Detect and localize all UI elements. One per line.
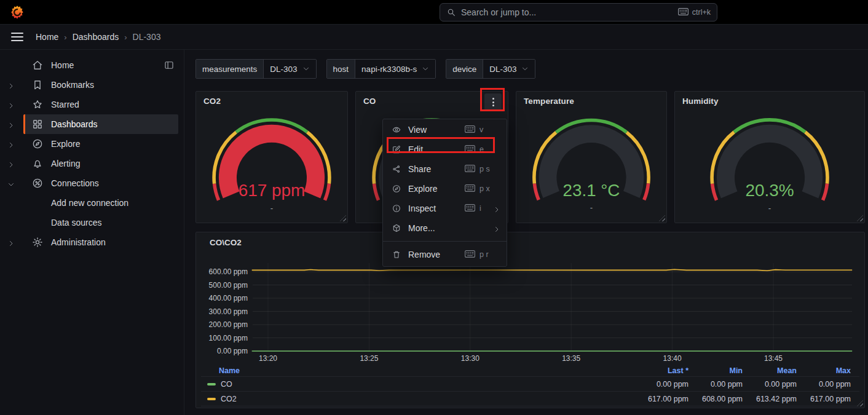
search-input[interactable]: Search or jump to... ctrl+k [440,3,717,22]
bell-icon [31,157,44,170]
home-icon [31,59,44,71]
breadcrumb-item-dashboards[interactable]: Dashboards [73,32,119,42]
caret-down-icon [422,65,429,73]
sidebar-item-label: Data sources [51,218,101,227]
menu-item-share[interactable]: Sharep s [383,159,507,179]
sidebar-item-bookmarks[interactable]: Bookmarks [0,75,184,95]
variable-value-dropdown[interactable]: DL-303 [483,60,535,78]
keyboard-icon [678,8,688,17]
menu-item-label: More... [408,223,465,233]
legend-value: 617.00 ppm [797,395,851,403]
legend-table: NameLast *MinMeanMaxCO0.00 ppm0.00 ppm0.… [201,365,859,406]
connections-icon [31,177,44,189]
hamburger-menu-icon[interactable] [11,33,23,41]
chevron-right-icon[interactable] [7,160,23,167]
sidebar-item-alerting[interactable]: Alerting [0,154,184,173]
svg-text:0.00 ppm: 0.00 ppm [217,347,248,355]
chevron-right-icon[interactable] [7,81,23,89]
keyboard-icon [465,250,475,259]
trash-icon [392,250,401,259]
breadcrumb: Home›Dashboards›DL-303 [36,32,160,42]
edit-pen-icon [392,144,401,154]
template-variables-bar: measurementsDL-303hostnapi-rk3308b-sdevi… [195,59,535,79]
sidebar-item-home[interactable]: Home [0,55,184,75]
sidebar-item-connections[interactable]: Connections [0,173,184,193]
legend-header-min[interactable]: Min [688,366,743,375]
timeseries-chart[interactable]: 600.00 ppm500.00 ppm400.00 ppm300.00 ppm… [196,232,866,363]
chevron-right-icon[interactable] [7,101,23,108]
menu-item-shortcut: v [465,125,483,135]
chevron-down-icon[interactable] [7,180,23,187]
gauge-panel-co2: CO2617 ppm- [195,91,348,223]
dock-panel-icon[interactable] [164,60,175,71]
menu-item-edit[interactable]: Edite [383,140,507,159]
panel-title[interactable]: Humidity [682,97,719,106]
svg-text:23.1 °C: 23.1 °C [563,181,620,200]
menu-item-label: Inspect [408,204,465,213]
sidebar-item-body: Dashboards [23,114,178,134]
sidebar-item-label: Add new connection [51,198,128,208]
panel-title[interactable]: CO [363,97,376,106]
sidebar-item-label: Dashboards [51,119,98,129]
sidebar-item-label: Explore [51,139,80,149]
dashboard-content: measurementsDL-303hostnapi-rk3308b-sdevi… [184,50,868,415]
legend-header-last[interactable]: Last * [634,366,688,375]
variable-value-dropdown[interactable]: DL-303 [264,60,315,78]
variable-host[interactable]: hostnapi-rk3308b-s [326,59,436,79]
legend-value: 0.00 ppm [743,380,797,389]
chevron-right-icon[interactable] [7,140,23,148]
svg-text:13:35: 13:35 [562,354,580,363]
breadcrumb-separator: › [124,33,127,42]
legend-series-name[interactable]: CO [221,380,232,389]
gear-icon [31,236,44,248]
panel-header: Temperature [516,92,666,110]
panel-header: Humidity [675,92,864,110]
sidebar-item-dashboards[interactable]: Dashboards [0,114,184,134]
legend-value: 608.00 ppm [688,395,743,403]
sidebar-item-label: Starred [51,100,79,109]
chevron-right-icon [493,205,500,212]
menu-item-explore[interactable]: Explorep x [383,179,507,199]
chevron-right-icon[interactable] [7,239,23,246]
breadcrumb-item-home[interactable]: Home [36,32,58,42]
sidebar-item-add-new-connection[interactable]: Add new connection [0,193,184,213]
legend-series-name[interactable]: CO2 [221,395,237,403]
svg-text:617 ppm: 617 ppm [239,181,306,200]
series-color-swatch[interactable] [207,383,216,385]
menu-item-more[interactable]: More... [383,218,507,238]
legend-header-mean[interactable]: Mean [743,366,797,375]
chevron-right-icon[interactable] [7,121,23,128]
menu-item-view[interactable]: Viewv [383,120,507,140]
search-placeholder: Search or jump to... [461,7,678,17]
menu-item-remove[interactable]: Removep r [383,245,507,264]
sidebar-item-body: Administration [23,232,178,252]
sidebar-item-data-sources[interactable]: Data sources [0,213,184,232]
sidebar-item-explore[interactable]: Explore [0,134,184,154]
grafana-logo-icon[interactable] [9,4,25,20]
breadcrumb-item-dl-303[interactable]: DL-303 [133,32,161,42]
icon-spacer [31,216,44,229]
variable-device[interactable]: deviceDL-303 [446,59,535,79]
menu-item-inspect[interactable]: Inspecti [383,199,507,218]
keyboard-icon [465,125,475,135]
chevron-right-icon [493,224,500,232]
sidebar-item-administration[interactable]: Administration [0,232,184,252]
grafana-app: Search or jump to... ctrl+k Home›Dashboa… [0,0,868,415]
legend-header-name[interactable]: Name [201,366,634,375]
svg-text:13:30: 13:30 [461,354,479,363]
search-shortcut-hint: ctrl+k [678,8,711,17]
variable-measurements[interactable]: measurementsDL-303 [195,59,317,79]
variable-value-dropdown[interactable]: napi-rk3308b-s [355,60,435,78]
breadcrumb-separator: › [64,33,66,42]
panel-title[interactable]: Temperature [524,97,574,106]
menu-item-label: View [408,125,465,135]
panel-title[interactable]: CO2 [203,97,221,106]
gauge-arc: 617 ppm- [196,109,347,219]
panel-kebab-menu-button[interactable] [484,93,502,111]
legend-header-max[interactable]: Max [797,366,851,375]
svg-text:400.00 ppm: 400.00 ppm [209,294,248,302]
series-color-swatch[interactable] [207,398,216,400]
sidebar-item-label: Connections [51,178,99,188]
sidebar-item-starred[interactable]: Starred [0,95,184,114]
menu-item-label: Edit [408,144,465,154]
